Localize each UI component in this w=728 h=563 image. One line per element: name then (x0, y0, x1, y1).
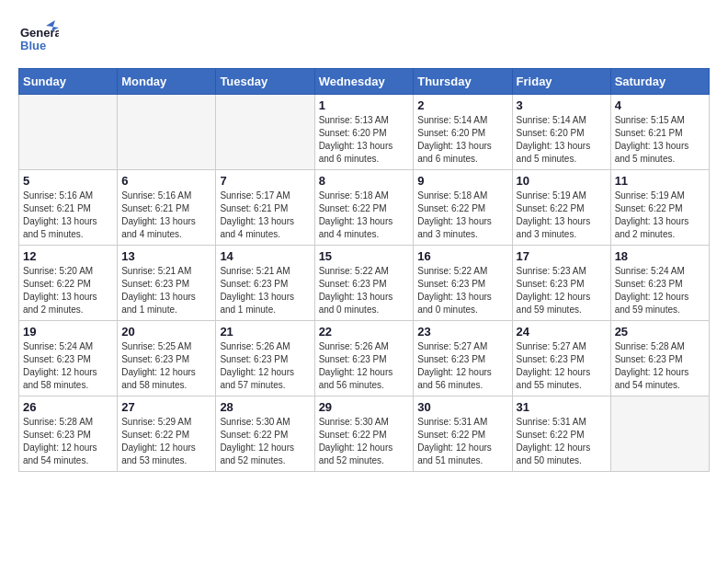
calendar-cell: 12Sunrise: 5:20 AMSunset: 6:22 PMDayligh… (19, 246, 118, 321)
day-number: 30 (417, 400, 507, 414)
day-number: 26 (23, 400, 113, 414)
weekday-header-thursday: Thursday (414, 69, 512, 95)
day-number: 3 (517, 98, 607, 112)
day-info: Sunrise: 5:21 AMSunset: 6:23 PMDaylight:… (121, 265, 211, 316)
day-number: 29 (319, 400, 410, 414)
day-info: Sunrise: 5:18 AMSunset: 6:22 PMDaylight:… (417, 190, 507, 241)
week-row-5: 26Sunrise: 5:28 AMSunset: 6:23 PMDayligh… (19, 396, 710, 472)
calendar-cell: 2Sunrise: 5:14 AMSunset: 6:20 PMDaylight… (414, 95, 512, 170)
logo-icon: General Blue (18, 18, 59, 59)
day-number: 23 (417, 325, 507, 339)
day-info: Sunrise: 5:14 AMSunset: 6:20 PMDaylight:… (417, 114, 507, 166)
calendar-cell: 15Sunrise: 5:22 AMSunset: 6:23 PMDayligh… (314, 246, 414, 321)
calendar-cell: 6Sunrise: 5:16 AMSunset: 6:21 PMDaylight… (118, 170, 216, 246)
day-number: 7 (220, 174, 310, 188)
calendar-table: SundayMondayTuesdayWednesdayThursdayFrid… (18, 68, 710, 472)
week-row-4: 19Sunrise: 5:24 AMSunset: 6:23 PMDayligh… (19, 321, 710, 396)
day-number: 9 (417, 174, 507, 188)
calendar-cell: 7Sunrise: 5:17 AMSunset: 6:21 PMDaylight… (216, 170, 314, 246)
day-number: 4 (615, 98, 705, 112)
day-number: 20 (121, 325, 211, 339)
weekday-header-wednesday: Wednesday (314, 69, 414, 95)
week-row-2: 5Sunrise: 5:16 AMSunset: 6:21 PMDaylight… (19, 170, 710, 246)
day-info: Sunrise: 5:31 AMSunset: 6:22 PMDaylight:… (517, 416, 607, 467)
day-number: 19 (23, 325, 113, 339)
logo: General Blue (18, 18, 59, 59)
day-number: 1 (319, 98, 410, 112)
calendar-cell: 18Sunrise: 5:24 AMSunset: 6:23 PMDayligh… (610, 246, 709, 321)
calendar-cell: 8Sunrise: 5:18 AMSunset: 6:22 PMDaylight… (314, 170, 414, 246)
day-info: Sunrise: 5:22 AMSunset: 6:23 PMDaylight:… (319, 265, 410, 316)
calendar-cell: 1Sunrise: 5:13 AMSunset: 6:20 PMDaylight… (314, 95, 414, 170)
day-info: Sunrise: 5:19 AMSunset: 6:22 PMDaylight:… (517, 190, 607, 241)
day-number: 2 (417, 98, 507, 112)
day-number: 18 (615, 249, 705, 263)
svg-text:Blue: Blue (20, 39, 46, 52)
calendar-cell: 22Sunrise: 5:26 AMSunset: 6:23 PMDayligh… (314, 321, 414, 396)
weekday-header-row: SundayMondayTuesdayWednesdayThursdayFrid… (19, 69, 710, 95)
day-number: 27 (121, 400, 211, 414)
day-number: 12 (23, 249, 113, 263)
calendar-cell: 14Sunrise: 5:21 AMSunset: 6:23 PMDayligh… (216, 246, 314, 321)
calendar-cell: 17Sunrise: 5:23 AMSunset: 6:23 PMDayligh… (512, 246, 610, 321)
calendar-cell: 19Sunrise: 5:24 AMSunset: 6:23 PMDayligh… (19, 321, 118, 396)
calendar-cell: 29Sunrise: 5:30 AMSunset: 6:22 PMDayligh… (314, 396, 414, 472)
day-number: 31 (517, 400, 607, 414)
calendar-cell: 31Sunrise: 5:31 AMSunset: 6:22 PMDayligh… (512, 396, 610, 472)
calendar-cell: 24Sunrise: 5:27 AMSunset: 6:23 PMDayligh… (512, 321, 610, 396)
day-number: 28 (220, 400, 310, 414)
calendar-cell: 26Sunrise: 5:28 AMSunset: 6:23 PMDayligh… (19, 396, 118, 472)
day-number: 8 (319, 174, 410, 188)
day-number: 22 (319, 325, 410, 339)
day-info: Sunrise: 5:31 AMSunset: 6:22 PMDaylight:… (417, 416, 507, 467)
day-info: Sunrise: 5:23 AMSunset: 6:23 PMDaylight:… (517, 265, 607, 316)
week-row-3: 12Sunrise: 5:20 AMSunset: 6:22 PMDayligh… (19, 246, 710, 321)
day-info: Sunrise: 5:30 AMSunset: 6:22 PMDaylight:… (220, 416, 310, 467)
day-number: 24 (517, 325, 607, 339)
day-number: 10 (517, 174, 607, 188)
day-number: 25 (615, 325, 705, 339)
day-info: Sunrise: 5:13 AMSunset: 6:20 PMDaylight:… (319, 114, 410, 166)
weekday-header-tuesday: Tuesday (216, 69, 314, 95)
day-info: Sunrise: 5:14 AMSunset: 6:20 PMDaylight:… (517, 114, 607, 166)
day-info: Sunrise: 5:16 AMSunset: 6:21 PMDaylight:… (23, 190, 113, 241)
day-info: Sunrise: 5:22 AMSunset: 6:23 PMDaylight:… (417, 265, 507, 316)
day-info: Sunrise: 5:17 AMSunset: 6:21 PMDaylight:… (220, 190, 310, 241)
week-row-1: 1Sunrise: 5:13 AMSunset: 6:20 PMDaylight… (19, 95, 710, 170)
day-info: Sunrise: 5:28 AMSunset: 6:23 PMDaylight:… (23, 416, 113, 467)
calendar-cell: 27Sunrise: 5:29 AMSunset: 6:22 PMDayligh… (118, 396, 216, 472)
day-info: Sunrise: 5:21 AMSunset: 6:23 PMDaylight:… (220, 265, 310, 316)
calendar-cell: 4Sunrise: 5:15 AMSunset: 6:21 PMDaylight… (610, 95, 709, 170)
day-info: Sunrise: 5:26 AMSunset: 6:23 PMDaylight:… (220, 340, 310, 392)
calendar-cell: 20Sunrise: 5:25 AMSunset: 6:23 PMDayligh… (118, 321, 216, 396)
calendar-cell: 25Sunrise: 5:28 AMSunset: 6:23 PMDayligh… (610, 321, 709, 396)
day-number: 21 (220, 325, 310, 339)
page-header: General Blue (18, 18, 710, 59)
weekday-header-sunday: Sunday (19, 69, 118, 95)
calendar-cell: 13Sunrise: 5:21 AMSunset: 6:23 PMDayligh… (118, 246, 216, 321)
calendar-cell: 11Sunrise: 5:19 AMSunset: 6:22 PMDayligh… (610, 170, 709, 246)
calendar-cell: 10Sunrise: 5:19 AMSunset: 6:22 PMDayligh… (512, 170, 610, 246)
calendar-cell (610, 396, 709, 472)
day-number: 17 (517, 249, 607, 263)
day-info: Sunrise: 5:28 AMSunset: 6:23 PMDaylight:… (615, 340, 705, 392)
day-info: Sunrise: 5:18 AMSunset: 6:22 PMDaylight:… (319, 190, 410, 241)
calendar-cell: 3Sunrise: 5:14 AMSunset: 6:20 PMDaylight… (512, 95, 610, 170)
day-info: Sunrise: 5:26 AMSunset: 6:23 PMDaylight:… (319, 340, 410, 392)
day-number: 5 (23, 174, 113, 188)
weekday-header-friday: Friday (512, 69, 610, 95)
calendar-cell: 30Sunrise: 5:31 AMSunset: 6:22 PMDayligh… (414, 396, 512, 472)
weekday-header-saturday: Saturday (610, 69, 709, 95)
day-info: Sunrise: 5:15 AMSunset: 6:21 PMDaylight:… (615, 114, 705, 166)
day-info: Sunrise: 5:19 AMSunset: 6:22 PMDaylight:… (615, 190, 705, 241)
day-number: 14 (220, 249, 310, 263)
calendar-cell (216, 95, 314, 170)
calendar-cell (19, 95, 118, 170)
calendar-cell: 28Sunrise: 5:30 AMSunset: 6:22 PMDayligh… (216, 396, 314, 472)
day-number: 16 (417, 249, 507, 263)
calendar-cell: 23Sunrise: 5:27 AMSunset: 6:23 PMDayligh… (414, 321, 512, 396)
weekday-header-monday: Monday (118, 69, 216, 95)
day-info: Sunrise: 5:29 AMSunset: 6:22 PMDaylight:… (121, 416, 211, 467)
day-info: Sunrise: 5:27 AMSunset: 6:23 PMDaylight:… (417, 340, 507, 392)
day-number: 13 (121, 249, 211, 263)
